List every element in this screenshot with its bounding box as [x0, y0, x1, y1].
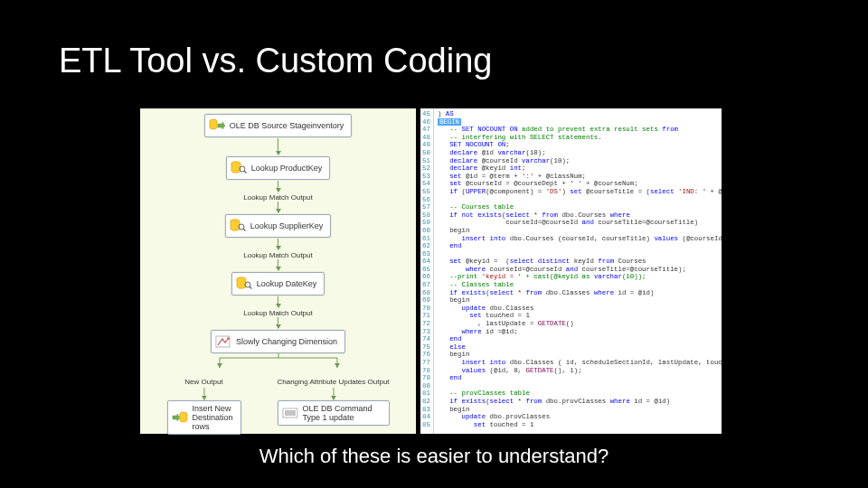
- flow-arrow: [200, 388, 207, 400]
- insert-destination-node: Insert New Destination rows: [166, 400, 241, 435]
- database-source-icon: [209, 118, 225, 133]
- flow-arrow: [276, 138, 281, 155]
- split-connector: [188, 353, 369, 375]
- arrow-label: Changing Attribute Updates Output: [277, 378, 389, 386]
- arrow-label: Lookup Match Output: [243, 251, 313, 259]
- slide-title: ETL Tool vs. Custom Coding: [59, 42, 492, 80]
- slide-caption: Which of these is easier to understand?: [0, 445, 868, 468]
- scd-icon: [215, 334, 231, 349]
- arrow-label: Lookup Match Output: [243, 193, 313, 202]
- database-lookup-icon: [230, 219, 246, 233]
- oledb-command-node: OLE DB Command Type 1 update: [278, 400, 390, 426]
- database-lookup-icon: [236, 277, 252, 291]
- node-label: Lookup SupplierKey: [250, 221, 324, 230]
- database-lookup-icon: [231, 161, 247, 175]
- svg-marker-12: [335, 363, 340, 368]
- node-label: Lookup DateKey: [257, 279, 317, 288]
- database-destination-icon: [171, 410, 187, 425]
- oledb-source-node: OLE DB Source Stageinventory: [204, 114, 353, 137]
- lookup-supplier-node: Lookup SupplierKey: [225, 214, 332, 238]
- node-label: Insert New Destination rows: [192, 404, 232, 431]
- svg-line-9: [250, 286, 252, 289]
- flow-split: New Output Insert New Destination rows C…: [166, 378, 389, 435]
- arrow-label: Lookup Match Output: [243, 309, 313, 317]
- flow-arrow: Lookup Match Output: [243, 296, 313, 329]
- code-gutter: 45 46 47 48 49 50 51 52 53 54 55 56 57 5…: [420, 108, 434, 434]
- etl-diagram: OLE DB Source Stageinventory Lookup Prod…: [140, 108, 416, 434]
- etl-flow: OLE DB Source Stageinventory Lookup Prod…: [166, 114, 389, 435]
- svg-line-6: [243, 229, 246, 231]
- lookup-product-node: Lookup ProductKey: [226, 156, 331, 180]
- node-label: Slowly Changing Dimension: [236, 337, 337, 346]
- slide: ETL Tool vs. Custom Coding OLE DB Source…: [0, 0, 868, 488]
- flow-arrow: Lookup Match Output: [243, 181, 313, 213]
- arrow-label: New Output: [184, 378, 222, 386]
- scd-node: Slowly Changing Dimension: [211, 330, 345, 353]
- flow-branch-right: Changing Attribute Updates Output OLE DB…: [277, 378, 389, 435]
- oledb-command-icon: [282, 406, 298, 420]
- etl-diagram-panel: OLE DB Source Stageinventory Lookup Prod…: [140, 108, 416, 434]
- sql-code-panel: 45 46 47 48 49 50 51 52 53 54 55 56 57 5…: [420, 108, 722, 434]
- node-label: Lookup ProductKey: [251, 164, 323, 173]
- flow-arrow: Lookup Match Output: [243, 239, 313, 271]
- node-label: OLE DB Command Type 1 update: [303, 404, 382, 422]
- flow-branch-left: New Output Insert New Destination rows: [166, 378, 241, 435]
- lookup-date-node: Lookup DateKey: [231, 272, 326, 296]
- code-body: ) AS BEGIN -- SET NOCOUNT ON added to pr…: [434, 108, 722, 434]
- svg-marker-11: [217, 363, 222, 368]
- flow-arrow: [330, 388, 337, 400]
- svg-line-3: [244, 171, 247, 174]
- node-label: OLE DB Source Stageinventory: [230, 121, 344, 130]
